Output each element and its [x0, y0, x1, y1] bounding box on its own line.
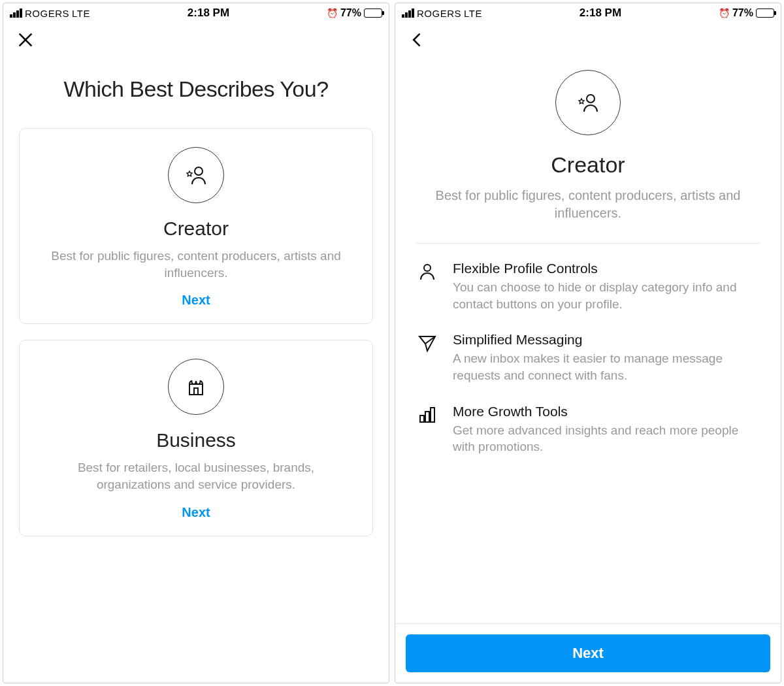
divider	[416, 243, 760, 244]
paper-plane-icon	[416, 332, 438, 353]
option-card-business[interactable]: Business Best for retailers, local busin…	[19, 340, 373, 536]
battery-icon	[756, 8, 774, 18]
nav-bar	[395, 23, 781, 57]
alarm-icon: ⏰	[327, 8, 338, 18]
svg-rect-9	[431, 408, 434, 422]
svg-point-4	[587, 95, 595, 103]
carrier-label: ROGERS	[417, 8, 461, 19]
nav-bar	[3, 23, 389, 57]
creator-icon	[555, 70, 621, 135]
back-icon[interactable]	[408, 31, 427, 49]
svg-point-5	[424, 265, 431, 271]
option-card-creator[interactable]: Creator Best for public figures, content…	[19, 128, 373, 324]
feature-title: Simplified Messaging	[453, 332, 760, 348]
card-desc: Best for retailers, local businesses, br…	[35, 459, 357, 493]
feature-desc: A new inbox makes it easier to manage me…	[453, 350, 760, 384]
carrier-label: ROGERS	[25, 8, 69, 19]
page-subtitle: Best for public figures, content produce…	[416, 187, 760, 222]
svg-rect-7	[420, 416, 424, 422]
page-title: Which Best Describes You?	[19, 76, 373, 102]
alarm-icon: ⏰	[719, 8, 730, 18]
page-title: Creator	[416, 152, 760, 178]
screen-creator-details: ROGERS LTE 2:18 PM ⏰ 77% Creator Best fo…	[395, 3, 781, 683]
svg-rect-3	[194, 388, 198, 395]
bottom-action-bar: Next	[395, 623, 781, 683]
feature-title: More Growth Tools	[453, 404, 760, 419]
svg-rect-8	[425, 412, 429, 422]
bar-chart-icon	[416, 404, 438, 425]
card-desc: Best for public figures, content produce…	[35, 248, 357, 281]
network-label: LTE	[72, 8, 90, 19]
person-icon	[416, 261, 438, 282]
feature-title: Flexible Profile Controls	[453, 261, 760, 276]
creator-icon	[168, 147, 224, 203]
status-bar: ROGERS LTE 2:18 PM ⏰ 77%	[3, 3, 389, 23]
card-title: Creator	[35, 218, 357, 240]
status-bar: ROGERS LTE 2:18 PM ⏰ 77%	[395, 3, 781, 23]
clock: 2:18 PM	[580, 7, 621, 20]
card-title: Business	[35, 429, 357, 451]
close-icon[interactable]	[16, 31, 35, 49]
feature-desc: Get more advanced insights and reach mor…	[453, 422, 760, 455]
feature-list: Flexible Profile Controls You can choose…	[416, 261, 760, 455]
card-next-link[interactable]: Next	[35, 505, 357, 520]
signal-icon	[10, 8, 22, 18]
signal-icon	[402, 8, 414, 18]
screen-account-type-select: ROGERS LTE 2:18 PM ⏰ 77% Which Best Desc…	[3, 3, 389, 683]
battery-percent: 77%	[732, 7, 753, 19]
business-icon	[168, 359, 224, 415]
network-label: LTE	[464, 8, 482, 19]
battery-icon	[364, 8, 382, 18]
card-next-link[interactable]: Next	[35, 293, 357, 308]
feature-flexible-profile: Flexible Profile Controls You can choose…	[416, 261, 760, 312]
feature-growth-tools: More Growth Tools Get more advanced insi…	[416, 404, 760, 455]
next-button[interactable]: Next	[406, 634, 770, 672]
feature-messaging: Simplified Messaging A new inbox makes i…	[416, 332, 760, 384]
clock: 2:18 PM	[188, 7, 229, 20]
feature-desc: You can choose to hide or display catego…	[453, 279, 760, 312]
battery-percent: 77%	[340, 7, 361, 19]
svg-point-2	[195, 167, 203, 175]
